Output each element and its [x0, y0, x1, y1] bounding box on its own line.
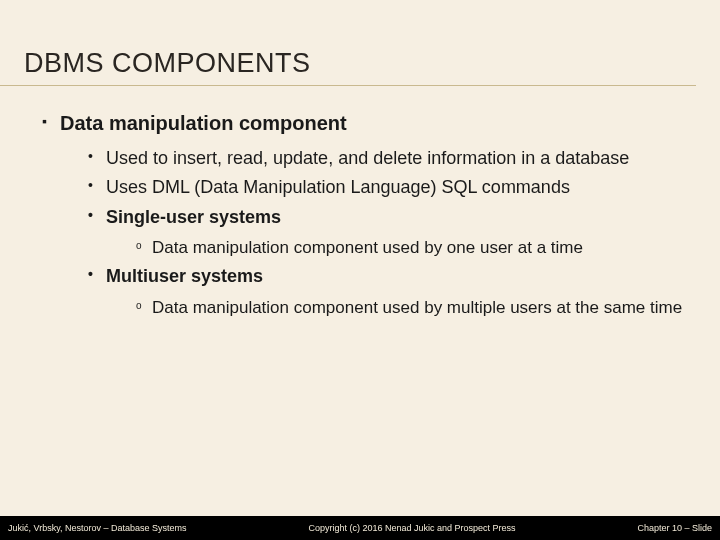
- sub-bullet-text: Data manipulation component used by mult…: [152, 298, 682, 317]
- bullet-text: Uses DML (Data Manipulation Language) SQ…: [106, 177, 570, 197]
- bullet-item-bold: Single-user systems Data manipulation co…: [88, 206, 692, 259]
- list-level-3: Data manipulation component used by one …: [106, 237, 692, 259]
- bullet-item: Uses DML (Data Manipulation Language) SQ…: [88, 176, 692, 199]
- footer-left: Jukić, Vrbsky, Nestorov – Database Syste…: [8, 523, 187, 533]
- slide-footer: Jukić, Vrbsky, Nestorov – Database Syste…: [0, 516, 720, 540]
- list-level-1: Data manipulation component Used to inse…: [28, 112, 692, 319]
- bullet-text: Multiuser systems: [106, 266, 263, 286]
- section-heading-text: Data manipulation component: [60, 112, 347, 134]
- footer-center: Copyright (c) 2016 Nenad Jukic and Prosp…: [308, 523, 515, 533]
- sub-bullet-text: Data manipulation component used by one …: [152, 238, 583, 257]
- footer-right: Chapter 10 – Slide: [637, 523, 712, 533]
- slide-content: Data manipulation component Used to inse…: [0, 86, 720, 319]
- list-level-3: Data manipulation component used by mult…: [106, 297, 692, 319]
- bullet-item: Used to insert, read, update, and delete…: [88, 147, 692, 170]
- list-level-2: Used to insert, read, update, and delete…: [60, 147, 692, 319]
- bullet-text: Single-user systems: [106, 207, 281, 227]
- bullet-item-bold: Multiuser systems Data manipulation comp…: [88, 265, 692, 318]
- section-heading: Data manipulation component Used to inse…: [42, 112, 692, 319]
- sub-bullet-item: Data manipulation component used by one …: [136, 237, 692, 259]
- sub-bullet-item: Data manipulation component used by mult…: [136, 297, 692, 319]
- slide-title: DBMS COMPONENTS: [0, 0, 696, 86]
- bullet-text: Used to insert, read, update, and delete…: [106, 148, 629, 168]
- slide: DBMS COMPONENTS Data manipulation compon…: [0, 0, 720, 540]
